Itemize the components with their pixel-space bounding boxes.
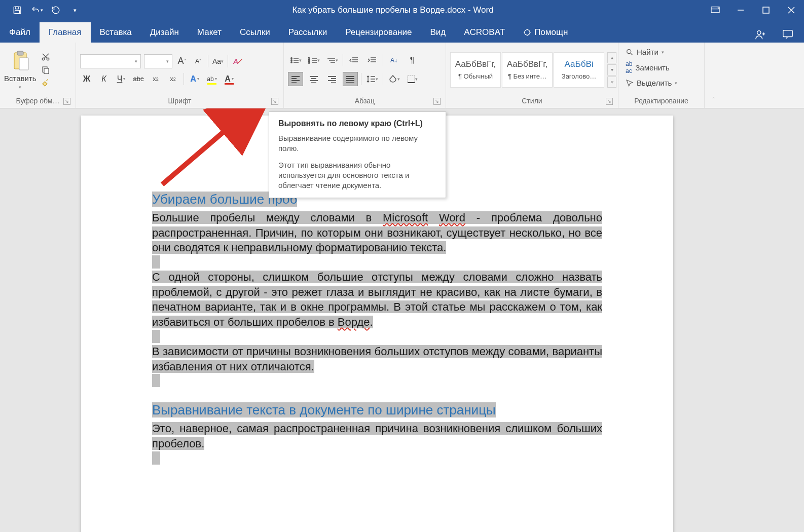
numbering-button[interactable]: 123▾	[306, 54, 321, 67]
style-heading1[interactable]: АаБбВіЗаголово…	[554, 52, 604, 88]
font-size-combo[interactable]: ▾	[144, 54, 172, 68]
tooltip-title: Выровнять по левому краю (Ctrl+L)	[278, 119, 436, 128]
borders-button[interactable]: ▾	[405, 72, 420, 86]
tab-layout[interactable]: Макет	[188, 22, 231, 43]
decrease-indent-button[interactable]	[346, 54, 361, 67]
paragraph-4: Это, наверное, самая распространенная пр…	[152, 421, 602, 451]
paragraph-dialog-launcher[interactable]: ↘	[433, 98, 441, 105]
title-bar: ▾ ▾ Как убрать большие пробелы в Ворде.d…	[0, 0, 804, 20]
svg-rect-17	[44, 68, 49, 74]
highlight-button[interactable]: ab▾	[205, 72, 218, 86]
paste-label: Вставить	[4, 74, 36, 83]
svg-point-20	[290, 59, 291, 60]
window-title: Как убрать большие пробелы в Ворде.docx …	[83, 5, 703, 15]
tab-file[interactable]: Файл	[0, 22, 40, 43]
shrink-font-button[interactable]: A˅	[192, 55, 205, 68]
format-painter-button[interactable]	[40, 78, 52, 89]
tab-references[interactable]: Ссылки	[231, 22, 279, 43]
tell-me[interactable]: Помощн	[514, 22, 577, 43]
tab-review[interactable]: Рецензирование	[336, 22, 421, 43]
text-effects-button[interactable]: A▾	[188, 72, 201, 86]
font-dialog-launcher[interactable]: ↘	[271, 98, 278, 105]
change-case-button[interactable]: Aa▾	[211, 55, 225, 68]
group-styles: АаБбВвГг,¶ Обычный АаБбВвГг,¶ Без инте… …	[446, 43, 618, 108]
document-area[interactable]: Убираем большие проб Большие пробелы меж…	[0, 108, 804, 532]
styles-scroll-up[interactable]: ▴	[607, 52, 616, 63]
style-normal[interactable]: АаБбВвГг,¶ Обычный	[450, 52, 501, 88]
close-button[interactable]	[779, 0, 804, 20]
group-font: ▾ ▾ A˄ A˅ Aa▾ A Ж К Ч▾ abc x2 x2	[76, 43, 284, 108]
align-justify-button[interactable]	[343, 72, 358, 86]
underline-button[interactable]: Ч▾	[115, 72, 128, 86]
redo-button[interactable]	[48, 2, 64, 18]
bullets-button[interactable]: ▾	[288, 54, 303, 67]
tab-home[interactable]: Главная	[40, 22, 91, 43]
paragraph-3: В зависимости от причины возникновения б…	[152, 344, 602, 374]
show-marks-button[interactable]: ¶	[405, 54, 420, 67]
paragraph-2: С одной стороны, слишком большие отступы…	[152, 270, 602, 330]
tab-acrobat[interactable]: ACROBAT	[455, 22, 514, 43]
strikethrough-button[interactable]: abc	[132, 72, 145, 86]
paste-button[interactable]	[10, 50, 31, 72]
group-editing: Найти▾ abacЗаменить Выделить▾ Редактиров…	[618, 43, 705, 108]
sort-button[interactable]: A↓	[386, 54, 401, 67]
ribbon-display-options[interactable]	[703, 0, 728, 20]
svg-rect-5	[763, 7, 769, 13]
minimize-button[interactable]	[728, 0, 753, 20]
tab-view[interactable]: Вид	[421, 22, 455, 43]
tell-me-label: Помощн	[534, 27, 568, 37]
tab-mailings[interactable]: Рассылки	[279, 22, 336, 43]
clipboard-dialog-launcher[interactable]: ↘	[63, 98, 70, 105]
svg-rect-12	[17, 51, 23, 55]
copy-button[interactable]	[40, 64, 52, 75]
italic-button[interactable]: К	[97, 72, 111, 86]
svg-rect-58	[408, 75, 415, 83]
subscript-button[interactable]: x2	[149, 72, 162, 86]
comments-button[interactable]	[782, 29, 794, 43]
paragraph-1: Большие пробелы между словами в Microsof…	[152, 210, 602, 255]
maximize-button[interactable]	[753, 0, 779, 20]
svg-point-9	[757, 31, 761, 34]
superscript-button[interactable]: x2	[166, 72, 179, 86]
styles-dialog-launcher[interactable]: ↘	[606, 98, 613, 105]
svg-rect-13	[19, 58, 28, 70]
styles-scroll-down[interactable]: ▾	[607, 64, 616, 75]
svg-rect-10	[783, 30, 792, 37]
collapse-ribbon-button[interactable]: ˄	[705, 43, 722, 108]
svg-text:3: 3	[308, 61, 310, 64]
cut-button[interactable]	[40, 51, 52, 62]
line-spacing-button[interactable]: ▾	[364, 72, 380, 86]
font-color-button[interactable]: A▾	[223, 72, 236, 86]
multilevel-list-button[interactable]: ▾	[324, 54, 340, 67]
svg-rect-1	[15, 7, 18, 9]
style-no-spacing[interactable]: АаБбВвГг,¶ Без инте…	[502, 52, 553, 88]
undo-button[interactable]: ▾	[28, 2, 45, 18]
editing-group-label: Редактирование	[634, 97, 688, 105]
share-button[interactable]	[754, 29, 766, 43]
tooltip-align-left: Выровнять по левому краю (Ctrl+L) Выравн…	[269, 111, 446, 198]
replace-button[interactable]: abacЗаменить	[626, 60, 677, 74]
svg-point-18	[290, 57, 291, 58]
styles-expand[interactable]: ▿	[607, 77, 616, 88]
paragraph-group-label: Абзац	[355, 97, 375, 105]
align-right-button[interactable]	[324, 72, 340, 86]
increase-indent-button[interactable]	[364, 54, 380, 67]
styles-group-label: Стили	[522, 97, 542, 105]
clipboard-group-label: Буфер обм…	[16, 97, 60, 105]
qat-customize[interactable]: ▾	[67, 2, 83, 18]
tab-design[interactable]: Дизайн	[141, 22, 188, 43]
bold-button[interactable]: Ж	[80, 72, 93, 86]
align-left-button[interactable]	[288, 72, 303, 86]
align-center-button[interactable]	[306, 72, 321, 86]
select-button[interactable]: Выделить▾	[626, 79, 677, 87]
ribbon-tabs: Файл Главная Вставка Дизайн Макет Ссылки…	[0, 20, 804, 43]
tab-insert[interactable]: Вставка	[91, 22, 141, 43]
quick-access-toolbar: ▾ ▾	[0, 2, 83, 18]
grow-font-button[interactable]: A˄	[175, 55, 189, 68]
find-button[interactable]: Найти▾	[626, 48, 677, 56]
save-button[interactable]	[9, 2, 25, 18]
clear-formatting-button[interactable]: A	[231, 55, 244, 68]
group-clipboard: Вставить ▾ Буфер обм…↘	[0, 43, 76, 108]
font-name-combo[interactable]: ▾	[80, 54, 141, 68]
shading-button[interactable]: ▾	[386, 72, 401, 86]
